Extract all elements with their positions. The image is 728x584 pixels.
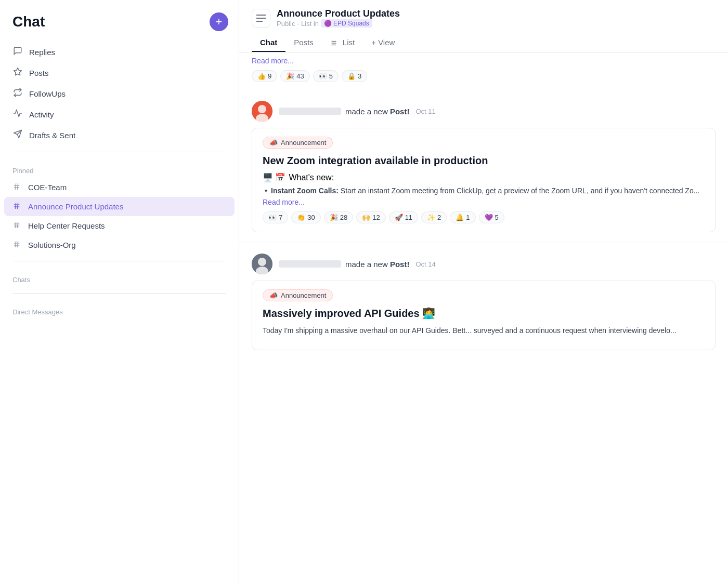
activity-label: Activity	[29, 110, 54, 119]
hash-icon-help	[12, 221, 23, 231]
sidebar-nav: Replies Posts FollowUps Activity Drafts …	[0, 42, 239, 145]
eyes-emoji: 👀	[319, 72, 327, 80]
avatar-1	[252, 101, 272, 122]
reaction-clap-1[interactable]: 👏 30	[291, 211, 320, 223]
sidebar-item-posts[interactable]: Posts	[4, 62, 235, 83]
svg-line-10	[17, 203, 18, 209]
lock-emoji: 🔒	[347, 72, 356, 80]
divider-1	[12, 152, 226, 152]
sender-name-2	[279, 260, 341, 268]
add-button[interactable]: +	[210, 12, 228, 31]
message-header-1: made a new Post! Oct 11	[252, 101, 716, 122]
post-date-2: Oct 14	[415, 260, 435, 268]
announcement-badge-2: 📣 Announcement	[263, 289, 333, 301]
activity-icon	[12, 109, 23, 120]
post-card-1: 📣 Announcement New Zoom integration avai…	[252, 128, 716, 232]
list-icon	[330, 38, 340, 47]
sender-name-1	[279, 108, 341, 115]
chats-section-label: Chats	[0, 268, 239, 287]
announce-product-updates-label: Announce Product Updates	[28, 202, 123, 211]
reaction-party[interactable]: 🎉 43	[280, 70, 309, 82]
sidebar-item-followups[interactable]: FollowUps	[4, 83, 235, 104]
solutions-org-label: Solutions-Org	[28, 241, 76, 249]
sidebar-header: Chat +	[0, 12, 239, 42]
channel-list-group: 🟣 EPD Squads	[321, 19, 372, 28]
svg-marker-0	[14, 68, 22, 75]
bullet-bold-1: Instant Zoom Calls:	[271, 187, 339, 195]
bullet-item-1: Instant Zoom Calls: Start an instant Zoo…	[263, 187, 705, 195]
svg-line-17	[15, 241, 16, 247]
channel-name: Announce Product Updates	[277, 8, 400, 19]
sidebar-item-replies[interactable]: Replies	[4, 42, 235, 62]
posts-label: Posts	[29, 69, 49, 77]
svg-point-26	[258, 105, 266, 113]
posts-icon	[12, 67, 23, 78]
sidebar-item-announce-product-updates[interactable]: Announce Product Updates	[4, 197, 235, 216]
svg-line-5	[15, 183, 16, 190]
messages-area: Read more... 👍 9 🎉 43 👀 5 🔒 3	[239, 52, 728, 584]
followups-icon	[12, 88, 23, 99]
drafts-icon	[12, 129, 23, 141]
post-body-2: Today I'm shipping a massive overhaul on…	[263, 325, 705, 336]
tab-list[interactable]: List	[322, 34, 363, 52]
top-reactions-list: 👍 9 🎉 43 👀 5 🔒 3	[252, 70, 716, 82]
message-group-2: made a new Post! Oct 14 📣 Announcement M…	[239, 243, 728, 361]
svg-line-18	[17, 241, 18, 247]
avatar-2	[252, 254, 272, 274]
channel-meta: Public · List in 🟣 EPD Squads	[277, 19, 400, 28]
channel-list-label: List in	[301, 20, 319, 28]
help-center-label: Help Center Requests	[28, 221, 105, 230]
svg-line-14	[17, 222, 18, 228]
reaction-heart-1[interactable]: 💜 5	[479, 211, 504, 223]
epd-squads-icon: 🟣	[324, 20, 332, 27]
header-top: Announce Product Updates Public · List i…	[252, 8, 716, 28]
read-more-top[interactable]: Read more...	[252, 57, 716, 65]
pinned-section-label: Pinned	[0, 158, 239, 178]
read-more-1[interactable]: Read more...	[263, 198, 305, 206]
svg-line-6	[17, 183, 18, 190]
sender-info-2: made a new Post! Oct 14	[279, 260, 436, 269]
reaction-lock[interactable]: 🔒 3	[342, 70, 367, 82]
hash-icon-coe	[12, 182, 23, 192]
announcement-badge-1: 📣 Announcement	[263, 137, 333, 149]
sidebar-item-help-center[interactable]: Help Center Requests	[4, 216, 235, 235]
reaction-rocket-1[interactable]: 🚀 11	[389, 211, 418, 223]
post-title-1: New Zoom integration available in produc…	[263, 154, 705, 167]
reaction-raise-1[interactable]: 🙌 12	[356, 211, 385, 223]
made-post-2: made a new Post!	[345, 260, 409, 269]
reactions-1: 👀 7 👏 30 🎉 28 🙌 12	[263, 211, 705, 223]
hash-icon-announce	[12, 202, 23, 211]
reaction-thumbs-up[interactable]: 👍 9	[252, 70, 277, 82]
sidebar-item-activity[interactable]: Activity	[4, 104, 235, 125]
svg-point-29	[258, 258, 266, 266]
sidebar: Chat + Replies Posts FollowUps Activit	[0, 0, 239, 584]
channel-visibility: Public	[277, 20, 295, 28]
message-group-1: made a new Post! Oct 11 📣 Announcement N…	[239, 90, 728, 243]
divider-3	[12, 293, 226, 294]
announcement-emoji-1: 📣	[269, 139, 278, 147]
tab-posts[interactable]: Posts	[285, 34, 322, 52]
direct-messages-section-label: Direct Messages	[0, 300, 239, 319]
whats-new-icons: 🖥️ 📅	[263, 172, 285, 182]
reaction-bell-1[interactable]: 🔔 1	[450, 211, 475, 223]
reaction-sparkles-1[interactable]: ✨ 2	[421, 211, 447, 223]
top-reactions: Read more... 👍 9 🎉 43 👀 5 🔒 3	[239, 52, 728, 90]
tab-view[interactable]: + View	[363, 34, 403, 52]
message-header-2: made a new Post! Oct 14	[252, 254, 716, 274]
sidebar-item-coe-team[interactable]: COE-Team	[4, 178, 235, 197]
sidebar-item-solutions-org[interactable]: Solutions-Org	[4, 235, 235, 255]
coe-team-label: COE-Team	[28, 183, 67, 192]
sidebar-item-drafts[interactable]: Drafts & Sent	[4, 125, 235, 145]
whats-new-row: 🖥️ 📅 What's new:	[263, 172, 705, 182]
tab-chat[interactable]: Chat	[252, 34, 285, 52]
reaction-eyes-1[interactable]: 👀 7	[263, 211, 288, 223]
made-post-1: made a new Post!	[345, 107, 409, 116]
reaction-eyes[interactable]: 👀 5	[313, 70, 339, 82]
post-date-1: Oct 11	[415, 108, 435, 115]
post-title-2: Massively improved API Guides 👩‍💻	[263, 307, 705, 320]
reaction-party-1[interactable]: 🎉 28	[324, 211, 353, 223]
channel-menu-button[interactable]	[252, 9, 270, 28]
party-emoji: 🎉	[286, 72, 294, 80]
replies-label: Replies	[29, 48, 55, 57]
channel-info: Announce Product Updates Public · List i…	[277, 8, 400, 28]
